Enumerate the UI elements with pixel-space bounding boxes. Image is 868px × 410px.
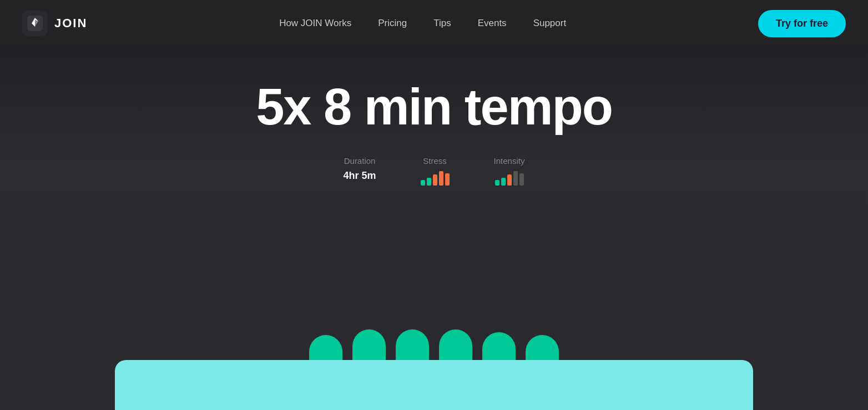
tempo-visualization bbox=[115, 360, 753, 410]
stress-label: Stress bbox=[423, 156, 447, 166]
nav-links: How JOIN Works Pricing Tips Events Suppo… bbox=[279, 18, 566, 29]
nav-support[interactable]: Support bbox=[533, 18, 567, 29]
stress-bar-4 bbox=[439, 171, 443, 186]
navbar: JOIN How JOIN Works Pricing Tips Events … bbox=[0, 0, 868, 47]
intensity-bar-5 bbox=[519, 173, 524, 186]
nav-tips[interactable]: Tips bbox=[433, 18, 451, 29]
intensity-bar-2 bbox=[501, 178, 506, 186]
intensity-label: Intensity bbox=[494, 156, 525, 166]
duration-label: Duration bbox=[344, 156, 376, 166]
nav-events[interactable]: Events bbox=[478, 18, 507, 29]
intensity-stat: Intensity bbox=[494, 156, 525, 186]
hero-section: 5x 8 min tempo Duration 4hr 5m Stress In… bbox=[0, 0, 868, 410]
stress-bar-5 bbox=[445, 173, 450, 186]
nav-pricing[interactable]: Pricing bbox=[378, 18, 407, 29]
intensity-bar-3 bbox=[507, 174, 512, 186]
hero-title: 5x 8 min tempo bbox=[256, 78, 612, 136]
logo[interactable]: JOIN bbox=[22, 11, 87, 36]
duration-stat: Duration 4hr 5m bbox=[344, 156, 376, 182]
stress-bar-3 bbox=[433, 174, 437, 186]
nav-how-join-works[interactable]: How JOIN Works bbox=[279, 18, 351, 29]
stress-stat: Stress bbox=[421, 156, 450, 186]
stress-bar-1 bbox=[421, 180, 425, 186]
tempo-track bbox=[115, 360, 753, 410]
intensity-bar-chart bbox=[495, 170, 524, 186]
intensity-bar-4 bbox=[513, 171, 518, 186]
stress-bar-2 bbox=[427, 178, 431, 186]
intensity-bar-1 bbox=[495, 180, 499, 186]
logo-icon bbox=[27, 16, 43, 31]
duration-value: 4hr 5m bbox=[344, 170, 376, 182]
logo-text: JOIN bbox=[54, 16, 87, 31]
stress-bar-chart bbox=[421, 170, 450, 186]
logo-icon-box bbox=[22, 11, 48, 36]
try-free-button[interactable]: Try for free bbox=[758, 10, 846, 37]
stats-row: Duration 4hr 5m Stress Intensity bbox=[344, 156, 525, 186]
